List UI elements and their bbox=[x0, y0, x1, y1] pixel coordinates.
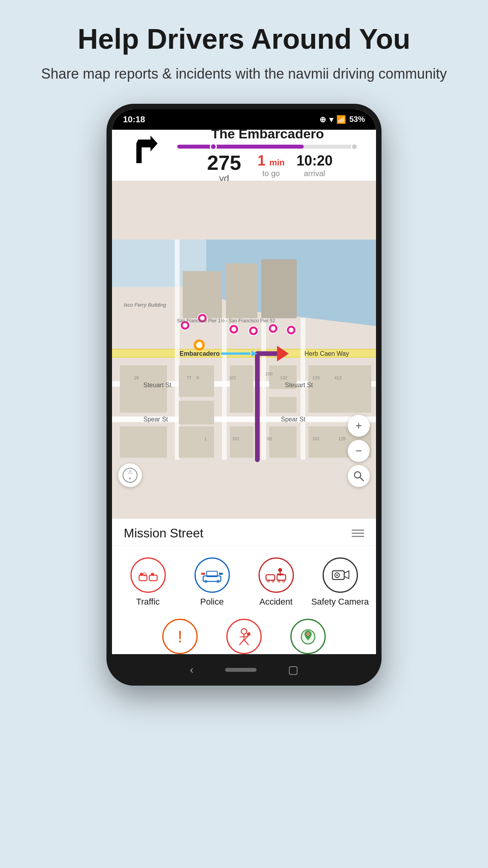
svg-text:132: 132 bbox=[280, 375, 287, 380]
wifi-icon: 📶 bbox=[336, 115, 346, 124]
progress-dot-end bbox=[351, 143, 358, 150]
svg-rect-8 bbox=[175, 239, 180, 460]
arrival-value: 10:20 bbox=[297, 153, 333, 169]
police-icon-circle bbox=[194, 557, 230, 593]
svg-text:139: 139 bbox=[312, 375, 319, 380]
report-item-police[interactable]: Police bbox=[180, 554, 244, 611]
svg-rect-4 bbox=[112, 349, 376, 349]
zoom-in-button[interactable]: + bbox=[348, 415, 370, 437]
page-title: Help Drivers Around You bbox=[41, 24, 447, 55]
svg-rect-73 bbox=[149, 575, 157, 581]
svg-point-86 bbox=[272, 579, 275, 583]
svg-point-97 bbox=[241, 629, 247, 634]
signal-icon: ▾ bbox=[329, 115, 333, 124]
svg-text:Embarcadero: Embarcadero bbox=[180, 350, 220, 357]
svg-rect-18 bbox=[308, 365, 371, 412]
bottom-panel-header: Mission Street bbox=[112, 519, 376, 546]
svg-text:Herb Caen Way: Herb Caen Way bbox=[305, 350, 349, 357]
progress-bar bbox=[177, 145, 358, 149]
svg-rect-13 bbox=[179, 365, 214, 397]
page-header: Help Drivers Around You Share map report… bbox=[10, 0, 478, 96]
svg-text:Spear St: Spear St bbox=[281, 416, 306, 422]
min-label: min bbox=[269, 158, 284, 167]
svg-text:101: 101 bbox=[232, 436, 239, 441]
svg-text:Isco Ferry Building: Isco Ferry Building bbox=[124, 302, 166, 307]
svg-rect-26 bbox=[261, 259, 297, 318]
svg-point-76 bbox=[151, 573, 154, 576]
svg-text:⚠: ⚠ bbox=[128, 469, 133, 475]
svg-rect-84 bbox=[277, 575, 286, 580]
hazard-icon-circle: ! bbox=[162, 619, 198, 654]
report-item-traffic[interactable]: Traffic bbox=[116, 554, 180, 611]
svg-point-79 bbox=[204, 580, 207, 583]
safety-camera-icon-circle bbox=[323, 557, 358, 593]
svg-rect-14 bbox=[179, 401, 214, 424]
nav-times: 275 yd 1 min to go 10:20 arriv bbox=[202, 153, 332, 184]
status-time: 10:18 bbox=[123, 114, 145, 125]
phone-device: 10:18 ⊕ ▾ 📶 53% Th bbox=[106, 104, 382, 831]
home-indicator[interactable] bbox=[225, 668, 257, 672]
phone-screen: 10:18 ⊕ ▾ 📶 53% Th bbox=[112, 109, 376, 680]
phone-frame: 10:18 ⊕ ▾ 📶 53% Th bbox=[106, 104, 382, 686]
svg-point-51 bbox=[289, 327, 294, 332]
svg-text:29: 29 bbox=[134, 375, 139, 380]
zoom-out-button[interactable]: − bbox=[348, 440, 370, 462]
svg-text:101: 101 bbox=[229, 375, 236, 380]
svg-rect-25 bbox=[226, 263, 257, 318]
svg-text:77: 77 bbox=[187, 375, 191, 380]
time-to-go: 1 min to go bbox=[257, 153, 284, 184]
battery-text: 53% bbox=[349, 115, 365, 124]
svg-rect-24 bbox=[183, 271, 222, 318]
svg-text:Steuart St: Steuart St bbox=[285, 381, 313, 388]
svg-text:101: 101 bbox=[312, 436, 319, 441]
svg-rect-72 bbox=[139, 575, 147, 581]
svg-point-39 bbox=[196, 342, 202, 348]
accident-label: Accident bbox=[259, 597, 292, 607]
report-item-accident[interactable]: Accident bbox=[244, 554, 308, 611]
svg-text:1: 1 bbox=[204, 436, 207, 441]
svg-rect-11 bbox=[301, 318, 305, 460]
location-icon: ⊕ bbox=[319, 115, 326, 124]
map-area[interactable]: Steuart St Steuart St Spear St Spear St … bbox=[112, 181, 376, 519]
turn-left-icon bbox=[126, 132, 161, 178]
hamburger-line-2 bbox=[352, 533, 364, 534]
traffic-icon-circle bbox=[130, 557, 166, 593]
svg-point-74 bbox=[140, 573, 143, 576]
hamburger-line-1 bbox=[352, 530, 364, 531]
police-label: Police bbox=[200, 597, 224, 607]
svg-rect-5 bbox=[112, 357, 376, 357]
svg-text:San Francisco Pier 1½ - San Fr: San Francisco Pier 1½ - San Francisco Pi… bbox=[177, 318, 275, 323]
search-button[interactable] bbox=[348, 465, 370, 487]
menu-button[interactable] bbox=[352, 530, 364, 537]
back-button[interactable]: ‹ bbox=[190, 664, 193, 676]
status-icons: ⊕ ▾ 📶 53% bbox=[319, 115, 365, 124]
svg-point-85 bbox=[267, 579, 270, 583]
svg-point-45 bbox=[231, 327, 236, 331]
svg-point-89 bbox=[278, 568, 282, 572]
arrival-label: arrival bbox=[297, 169, 333, 178]
accident-icon-circle bbox=[259, 557, 294, 593]
square-button[interactable]: ▢ bbox=[288, 663, 298, 676]
report-item-safety-camera[interactable]: Safety Camera bbox=[308, 554, 372, 611]
svg-rect-21 bbox=[230, 426, 253, 458]
current-street: Mission Street bbox=[124, 526, 204, 541]
traffic-label: Traffic bbox=[136, 597, 160, 607]
time-minutes: 1 min bbox=[257, 153, 284, 169]
svg-rect-17 bbox=[269, 397, 297, 412]
report-grid-row1: Traffic bbox=[112, 546, 376, 615]
svg-point-95 bbox=[336, 574, 338, 576]
svg-rect-82 bbox=[219, 573, 223, 575]
svg-rect-10 bbox=[261, 318, 266, 460]
svg-text:128: 128 bbox=[338, 436, 345, 441]
svg-rect-9 bbox=[222, 318, 227, 460]
svg-rect-20 bbox=[179, 426, 214, 458]
svg-text:412: 412 bbox=[334, 375, 341, 380]
svg-point-80 bbox=[216, 580, 220, 583]
svg-text:!: ! bbox=[178, 627, 182, 646]
svg-rect-83 bbox=[266, 575, 275, 580]
nav-info: The Embarcadero 275 yd 1 bbox=[167, 126, 368, 184]
svg-rect-22 bbox=[269, 426, 297, 458]
svg-rect-81 bbox=[201, 573, 205, 575]
map-error-icon-circle bbox=[290, 619, 326, 654]
alert-button[interactable]: ⚠ ▲ bbox=[118, 463, 142, 487]
